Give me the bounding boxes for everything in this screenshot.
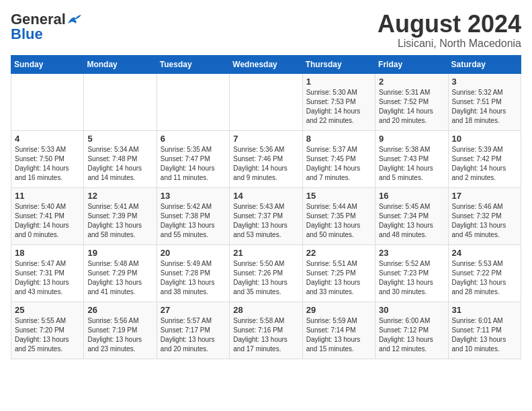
- calendar-cell: 30Sunrise: 6:00 AM Sunset: 7:12 PM Dayli…: [375, 302, 448, 359]
- day-number: 3: [452, 77, 517, 87]
- logo-blue-text: Blue: [11, 26, 43, 43]
- day-info: Sunrise: 5:35 AM Sunset: 7:47 PM Dayligh…: [161, 145, 226, 183]
- title-area: August 2024 Lisicani, North Macedonia: [378, 11, 521, 50]
- day-info: Sunrise: 5:44 AM Sunset: 7:35 PM Dayligh…: [306, 202, 371, 240]
- day-number: 12: [87, 191, 152, 201]
- calendar-cell: 8Sunrise: 5:37 AM Sunset: 7:45 PM Daylig…: [302, 130, 375, 187]
- calendar-cell: 27Sunrise: 5:57 AM Sunset: 7:17 PM Dayli…: [157, 302, 229, 359]
- calendar-cell: 6Sunrise: 5:35 AM Sunset: 7:47 PM Daylig…: [157, 130, 229, 187]
- day-number: 20: [161, 248, 226, 258]
- week-row-2: 4Sunrise: 5:33 AM Sunset: 7:50 PM Daylig…: [11, 130, 521, 187]
- day-number: 9: [379, 134, 444, 144]
- day-info: Sunrise: 5:56 AM Sunset: 7:19 PM Dayligh…: [87, 316, 152, 354]
- day-info: Sunrise: 5:46 AM Sunset: 7:32 PM Dayligh…: [452, 202, 517, 240]
- day-info: Sunrise: 6:00 AM Sunset: 7:12 PM Dayligh…: [379, 316, 444, 354]
- day-number: 22: [306, 248, 371, 258]
- week-row-5: 25Sunrise: 5:55 AM Sunset: 7:20 PM Dayli…: [11, 302, 521, 359]
- week-row-1: 1Sunrise: 5:30 AM Sunset: 7:53 PM Daylig…: [11, 73, 521, 130]
- page-subtitle: Lisicani, North Macedonia: [378, 38, 521, 50]
- day-info: Sunrise: 5:55 AM Sunset: 7:20 PM Dayligh…: [15, 316, 80, 354]
- calendar-cell: [11, 73, 84, 130]
- calendar-cell: 24Sunrise: 5:53 AM Sunset: 7:22 PM Dayli…: [448, 244, 521, 302]
- day-number: 15: [306, 191, 371, 201]
- calendar-cell: 20Sunrise: 5:49 AM Sunset: 7:28 PM Dayli…: [157, 244, 229, 302]
- day-number: 19: [87, 248, 152, 258]
- page-title: August 2024: [378, 11, 521, 38]
- day-number: 17: [452, 191, 517, 201]
- calendar-cell: 22Sunrise: 5:51 AM Sunset: 7:25 PM Dayli…: [302, 244, 375, 302]
- day-info: Sunrise: 5:43 AM Sunset: 7:37 PM Dayligh…: [233, 202, 298, 240]
- day-number: 5: [87, 134, 152, 144]
- calendar-cell: 10Sunrise: 5:39 AM Sunset: 7:42 PM Dayli…: [448, 130, 521, 187]
- calendar-cell: 12Sunrise: 5:41 AM Sunset: 7:39 PM Dayli…: [84, 187, 157, 244]
- calendar-cell: 23Sunrise: 5:52 AM Sunset: 7:23 PM Dayli…: [375, 244, 448, 302]
- day-info: Sunrise: 5:40 AM Sunset: 7:41 PM Dayligh…: [15, 202, 80, 240]
- day-info: Sunrise: 5:49 AM Sunset: 7:28 PM Dayligh…: [161, 259, 226, 297]
- calendar-cell: 17Sunrise: 5:46 AM Sunset: 7:32 PM Dayli…: [448, 187, 521, 244]
- day-info: Sunrise: 5:41 AM Sunset: 7:39 PM Dayligh…: [87, 202, 152, 240]
- calendar-cell: 21Sunrise: 5:50 AM Sunset: 7:26 PM Dayli…: [230, 244, 302, 302]
- calendar-cell: 13Sunrise: 5:42 AM Sunset: 7:38 PM Dayli…: [157, 187, 229, 244]
- calendar-cell: 18Sunrise: 5:47 AM Sunset: 7:31 PM Dayli…: [11, 244, 84, 302]
- day-number: 21: [233, 248, 298, 258]
- day-number: 28: [233, 305, 298, 315]
- day-info: Sunrise: 6:01 AM Sunset: 7:11 PM Dayligh…: [452, 316, 517, 354]
- day-info: Sunrise: 5:34 AM Sunset: 7:48 PM Dayligh…: [87, 145, 152, 183]
- day-info: Sunrise: 5:30 AM Sunset: 7:53 PM Dayligh…: [306, 88, 371, 126]
- calendar-cell: 26Sunrise: 5:56 AM Sunset: 7:19 PM Dayli…: [84, 302, 157, 359]
- day-number: 8: [306, 134, 371, 144]
- calendar-cell: [157, 73, 229, 130]
- calendar-cell: 11Sunrise: 5:40 AM Sunset: 7:41 PM Dayli…: [11, 187, 84, 244]
- day-number: 1: [306, 77, 371, 87]
- day-number: 11: [15, 191, 80, 201]
- day-number: 23: [379, 248, 444, 258]
- day-number: 31: [452, 305, 517, 315]
- weekday-header-wednesday: Wednesday: [230, 55, 302, 73]
- day-info: Sunrise: 5:38 AM Sunset: 7:43 PM Dayligh…: [379, 145, 444, 183]
- day-info: Sunrise: 5:59 AM Sunset: 7:14 PM Dayligh…: [306, 316, 371, 354]
- day-info: Sunrise: 5:39 AM Sunset: 7:42 PM Dayligh…: [452, 145, 517, 183]
- day-number: 10: [452, 134, 517, 144]
- calendar-cell: 3Sunrise: 5:32 AM Sunset: 7:51 PM Daylig…: [448, 73, 521, 130]
- calendar-cell: 9Sunrise: 5:38 AM Sunset: 7:43 PM Daylig…: [375, 130, 448, 187]
- day-number: 29: [306, 305, 371, 315]
- calendar-cell: 5Sunrise: 5:34 AM Sunset: 7:48 PM Daylig…: [84, 130, 157, 187]
- calendar-cell: 19Sunrise: 5:48 AM Sunset: 7:29 PM Dayli…: [84, 244, 157, 302]
- calendar-cell: 1Sunrise: 5:30 AM Sunset: 7:53 PM Daylig…: [302, 73, 375, 130]
- day-info: Sunrise: 5:31 AM Sunset: 7:52 PM Dayligh…: [379, 88, 444, 126]
- calendar-cell: 31Sunrise: 6:01 AM Sunset: 7:11 PM Dayli…: [448, 302, 521, 359]
- calendar-cell: 25Sunrise: 5:55 AM Sunset: 7:20 PM Dayli…: [11, 302, 84, 359]
- weekday-header-sunday: Sunday: [11, 55, 84, 73]
- weekday-header-row: SundayMondayTuesdayWednesdayThursdayFrid…: [11, 55, 521, 73]
- calendar-cell: 7Sunrise: 5:36 AM Sunset: 7:46 PM Daylig…: [230, 130, 302, 187]
- calendar-cell: [230, 73, 302, 130]
- day-number: 7: [233, 134, 298, 144]
- day-info: Sunrise: 5:47 AM Sunset: 7:31 PM Dayligh…: [15, 259, 80, 297]
- weekday-header-tuesday: Tuesday: [157, 55, 229, 73]
- day-info: Sunrise: 5:50 AM Sunset: 7:26 PM Dayligh…: [233, 259, 298, 297]
- calendar-cell: 15Sunrise: 5:44 AM Sunset: 7:35 PM Dayli…: [302, 187, 375, 244]
- day-number: 27: [161, 305, 226, 315]
- day-number: 14: [233, 191, 298, 201]
- day-info: Sunrise: 5:42 AM Sunset: 7:38 PM Dayligh…: [161, 202, 226, 240]
- weekday-header-saturday: Saturday: [448, 55, 521, 73]
- calendar-cell: 2Sunrise: 5:31 AM Sunset: 7:52 PM Daylig…: [375, 73, 448, 130]
- day-info: Sunrise: 5:32 AM Sunset: 7:51 PM Dayligh…: [452, 88, 517, 126]
- weekday-header-monday: Monday: [84, 55, 157, 73]
- calendar-cell: 4Sunrise: 5:33 AM Sunset: 7:50 PM Daylig…: [11, 130, 84, 187]
- day-number: 6: [161, 134, 226, 144]
- day-info: Sunrise: 5:51 AM Sunset: 7:25 PM Dayligh…: [306, 259, 371, 297]
- logo: General Blue: [11, 11, 81, 43]
- weekday-header-friday: Friday: [375, 55, 448, 73]
- day-number: 18: [15, 248, 80, 258]
- calendar-cell: [84, 73, 157, 130]
- calendar-cell: 16Sunrise: 5:45 AM Sunset: 7:34 PM Dayli…: [375, 187, 448, 244]
- weekday-header-thursday: Thursday: [302, 55, 375, 73]
- day-info: Sunrise: 5:53 AM Sunset: 7:22 PM Dayligh…: [452, 259, 517, 297]
- day-info: Sunrise: 5:58 AM Sunset: 7:16 PM Dayligh…: [233, 316, 298, 354]
- day-number: 13: [161, 191, 226, 201]
- day-number: 30: [379, 305, 444, 315]
- day-number: 24: [452, 248, 517, 258]
- day-info: Sunrise: 5:48 AM Sunset: 7:29 PM Dayligh…: [87, 259, 152, 297]
- logo-bird-icon: [66, 14, 81, 26]
